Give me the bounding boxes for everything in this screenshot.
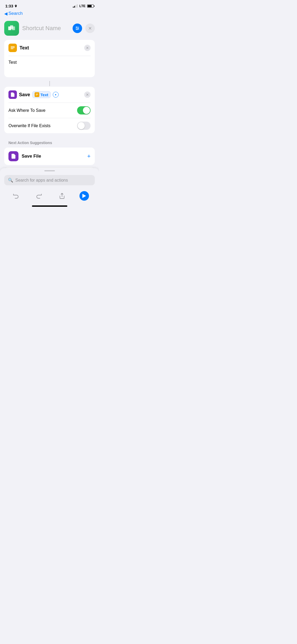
connector [4,80,95,87]
header-close-button[interactable] [85,24,95,33]
close-x-icon [86,47,89,49]
location-icon [14,4,17,8]
overwrite-row: Overwrite If File Exists [4,118,95,133]
search-icon: 🔍 [8,178,13,183]
battery-icon [87,4,94,8]
svg-point-6 [76,27,77,28]
ask-where-save-label: Ask Where To Save [8,108,74,113]
suggestion-save-file[interactable]: Save File + [4,148,95,165]
save-action-card: Save Text ▾ [4,87,95,133]
save-file-label: Save File [22,154,84,159]
text-card-close-button[interactable] [84,45,91,51]
pill-lines-icon [35,93,39,96]
close-icon [88,27,92,30]
connector-line [49,81,50,86]
shortcut-name-label[interactable]: Shortcut Name [22,25,69,32]
share-button[interactable] [56,190,68,202]
status-indicators: LTE [73,4,94,8]
ask-where-save-row: Ask Where To Save [4,103,95,118]
signal-icon [73,4,78,8]
overwrite-label: Overwrite If File Exists [8,123,74,128]
pill-label: Text [40,93,48,97]
sliders-icon [75,26,80,31]
pill-text-icon [35,92,39,97]
bottom-toolbar [4,189,95,203]
svg-rect-13 [11,49,13,49]
time-label: 1:33 [5,4,13,8]
nav-bar: ◀ Search [0,10,99,19]
search-placeholder: Search for apps and actions [15,178,68,183]
text-lines-icon [10,45,15,50]
play-icon [82,194,86,198]
text-action-icon [8,44,17,52]
pill-chevron-button[interactable]: ▾ [53,92,59,98]
svg-rect-11 [11,46,15,47]
text-pill[interactable]: Text [32,91,51,98]
shortcuts-logo-icon [7,24,16,33]
lte-label: LTE [79,4,86,8]
ask-where-save-toggle[interactable] [77,106,91,114]
svg-rect-2 [10,25,13,29]
text-card-header: Text [4,40,95,56]
save-file-icon [8,151,18,161]
svg-marker-29 [82,194,86,198]
text-card-title: Text [20,45,82,51]
home-indicator [32,205,67,207]
svg-rect-17 [36,94,38,95]
overwrite-toggle[interactable] [77,122,91,130]
undo-icon [13,193,19,199]
svg-rect-16 [36,94,38,94]
redo-button[interactable] [33,190,45,202]
search-bar[interactable]: 🔍 Search for apps and actions [4,175,95,185]
back-chevron-icon: ◀ [4,11,7,16]
save-file-svg [11,153,16,159]
text-action-card: Text Test [4,40,95,77]
text-card-value: Test [8,60,17,65]
save-file-add-button[interactable]: + [87,153,91,159]
status-time: 1:33 [5,4,17,8]
text-card-body[interactable]: Test [4,56,95,77]
svg-rect-12 [11,47,15,48]
save-close-x-icon [86,93,89,96]
back-button[interactable]: ◀ Search [4,11,23,16]
sheet-handle [44,170,55,171]
play-button[interactable] [79,191,89,201]
bottom-sheet: 🔍 Search for apps and actions [0,168,99,215]
redo-icon [36,193,42,199]
save-card-header: Save Text ▾ [4,87,95,103]
undo-button[interactable] [10,190,22,202]
save-card-close-button[interactable] [84,91,91,98]
save-card-title: Save [19,92,30,98]
back-label: Search [8,11,23,16]
status-bar: 1:33 LTE [0,0,99,10]
app-icon [4,21,19,36]
save-action-icon [8,90,17,99]
svg-point-8 [77,29,78,30]
svg-point-7 [78,28,79,29]
chevron-down-icon: ▾ [55,93,56,96]
share-icon [59,193,65,199]
app-header: Shortcut Name [0,19,99,40]
svg-rect-18 [36,95,37,95]
settings-button[interactable] [73,24,82,33]
file-icon [10,92,15,97]
suggestions-title: Next Action Suggestions [4,136,95,148]
